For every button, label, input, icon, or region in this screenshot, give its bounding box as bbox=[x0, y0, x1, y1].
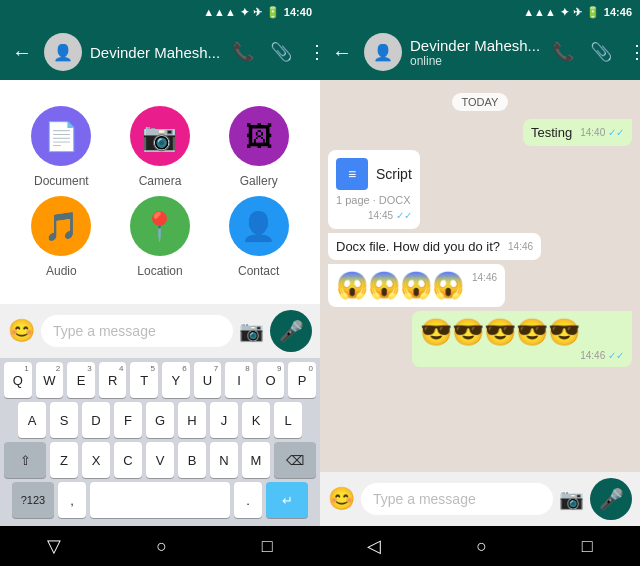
message-row-doc: ≡Script1 page · DOCX14:45 ✓✓ bbox=[328, 150, 632, 229]
attachment-gallery-label: Gallery bbox=[240, 174, 278, 188]
right-phone-icon[interactable]: 📞 bbox=[548, 37, 578, 67]
attachment-gallery[interactable]: 🖼Gallery bbox=[213, 106, 304, 188]
time-left: 14:40 bbox=[284, 6, 312, 18]
left-camera-icon[interactable]: 📷 bbox=[239, 319, 264, 343]
key-v[interactable]: V bbox=[146, 442, 174, 478]
attachment-location-icon: 📍 bbox=[130, 196, 190, 256]
key-g[interactable]: G bbox=[146, 402, 174, 438]
left-nav-home[interactable]: ○ bbox=[140, 532, 183, 561]
right-nav-recent[interactable]: □ bbox=[566, 532, 609, 561]
left-phone-icon[interactable]: 📞 bbox=[228, 37, 258, 67]
key-shift[interactable]: ⇧ bbox=[4, 442, 46, 478]
right-nav-home[interactable]: ○ bbox=[460, 532, 503, 561]
right-emoji-button[interactable]: 😊 bbox=[328, 486, 355, 512]
attachment-contact-icon: 👤 bbox=[229, 196, 289, 256]
key-p[interactable]: P0 bbox=[288, 362, 316, 398]
key-q[interactable]: Q1 bbox=[4, 362, 32, 398]
key-x[interactable]: X bbox=[82, 442, 110, 478]
message-bubble-received[interactable]: Docx file. How did you do it?14:46 bbox=[328, 233, 541, 260]
left-clip-icon[interactable]: 📎 bbox=[266, 37, 296, 67]
attachment-camera[interactable]: 📷Camera bbox=[115, 106, 206, 188]
key-w[interactable]: W2 bbox=[36, 362, 64, 398]
right-back-button[interactable]: ← bbox=[328, 37, 356, 68]
right-contact-info[interactable]: Devinder Mahesh... online bbox=[410, 37, 540, 68]
key-z[interactable]: Z bbox=[50, 442, 78, 478]
key-b[interactable]: B bbox=[178, 442, 206, 478]
doc-bubble[interactable]: ≡Script1 page · DOCX14:45 ✓✓ bbox=[328, 150, 420, 229]
left-status-bar: ▲▲▲ ✦ ✈ 🔋 14:40 bbox=[0, 0, 320, 24]
key-d[interactable]: D bbox=[82, 402, 110, 438]
left-nav-back[interactable]: ▽ bbox=[31, 531, 77, 561]
key-k[interactable]: K bbox=[242, 402, 270, 438]
airplane-icon: ✈ bbox=[253, 6, 262, 19]
attachment-gallery-icon: 🖼 bbox=[229, 106, 289, 166]
right-mic-button[interactable]: 🎤 bbox=[590, 478, 632, 520]
attachment-camera-icon: 📷 bbox=[130, 106, 190, 166]
attachment-location[interactable]: 📍Location bbox=[115, 196, 206, 278]
key-u[interactable]: U7 bbox=[194, 362, 222, 398]
key-c[interactable]: C bbox=[114, 442, 142, 478]
key-y[interactable]: Y6 bbox=[162, 362, 190, 398]
message-bubble-sent[interactable]: Testing14:40 ✓✓ bbox=[523, 119, 632, 146]
key-space[interactable] bbox=[90, 482, 230, 518]
battery-icon: 🔋 bbox=[266, 6, 280, 19]
key-m[interactable]: M bbox=[242, 442, 270, 478]
key-h[interactable]: H bbox=[178, 402, 206, 438]
message-row: Testing14:40 ✓✓ bbox=[328, 119, 632, 146]
attachment-contact-label: Contact bbox=[238, 264, 279, 278]
keyboard-row-1: Q1W2E3R4T5Y6U7I8O9P0 bbox=[4, 362, 316, 398]
left-mic-icon: 🎤 bbox=[279, 319, 304, 343]
message-bubble-sent[interactable]: 😎😎😎😎😎14:46 ✓✓ bbox=[412, 311, 632, 367]
key-123[interactable]: ?123 bbox=[12, 482, 54, 518]
right-contact-name: Devinder Mahesh... bbox=[410, 37, 540, 54]
attachment-contact[interactable]: 👤Contact bbox=[213, 196, 304, 278]
left-status-icons: ▲▲▲ ✦ ✈ 🔋 14:40 bbox=[203, 6, 312, 19]
key-a[interactable]: A bbox=[18, 402, 46, 438]
left-nav-recent[interactable]: □ bbox=[246, 532, 289, 561]
key-t[interactable]: T5 bbox=[130, 362, 158, 398]
message-text: 😱😱😱😱 bbox=[336, 270, 464, 300]
keyboard-row-2: ASDFGHJKL bbox=[4, 402, 316, 438]
attachment-audio[interactable]: 🎵Audio bbox=[16, 196, 107, 278]
doc-icon: ≡ bbox=[336, 158, 368, 190]
key-f[interactable]: F bbox=[114, 402, 142, 438]
key-j[interactable]: J bbox=[210, 402, 238, 438]
message-bubble-received[interactable]: 😱😱😱😱14:46 bbox=[328, 264, 505, 307]
attachment-audio-icon: 🎵 bbox=[31, 196, 91, 256]
attachment-grid: 📄Document📷Camera🖼Gallery🎵Audio📍Location👤… bbox=[0, 80, 320, 304]
left-back-button[interactable]: ← bbox=[8, 37, 36, 68]
left-nav-bar: ▽ ○ □ bbox=[0, 526, 320, 566]
message-text: Docx file. How did you do it? bbox=[336, 239, 500, 254]
key-i[interactable]: I8 bbox=[225, 362, 253, 398]
key-enter[interactable]: ↵ bbox=[266, 482, 308, 518]
key-n[interactable]: N bbox=[210, 442, 238, 478]
key-e[interactable]: E3 bbox=[67, 362, 95, 398]
right-clip-icon[interactable]: 📎 bbox=[586, 37, 616, 67]
key-comma[interactable]: , bbox=[58, 482, 86, 518]
left-avatar[interactable]: 👤 bbox=[44, 33, 82, 71]
key-l[interactable]: L bbox=[274, 402, 302, 438]
right-action-icons: 📞 📎 ⋮ bbox=[548, 37, 640, 67]
key-r[interactable]: R4 bbox=[99, 362, 127, 398]
right-more-icon[interactable]: ⋮ bbox=[624, 37, 640, 67]
right-time: 14:46 bbox=[604, 6, 632, 18]
left-mic-button[interactable]: 🎤 bbox=[270, 310, 312, 352]
right-message-input[interactable]: Type a message bbox=[361, 483, 553, 515]
keyboard-row-3: ⇧ZXCVBNM⌫ bbox=[4, 442, 316, 478]
key-o[interactable]: O9 bbox=[257, 362, 285, 398]
right-battery-icon: 🔋 bbox=[586, 6, 600, 19]
right-nav-back[interactable]: ◁ bbox=[351, 531, 397, 561]
right-camera-icon[interactable]: 📷 bbox=[559, 487, 584, 511]
left-message-input-area: 😊 Type a message 📷 🎤 bbox=[0, 304, 320, 358]
message-time: 14:46 bbox=[508, 241, 533, 252]
left-contact-info[interactable]: Devinder Mahesh... bbox=[90, 44, 220, 61]
chat-area: TODAY Testing14:40 ✓✓≡Script1 page · DOC… bbox=[320, 80, 640, 472]
message-row: 😱😱😱😱14:46 bbox=[328, 264, 632, 307]
left-message-input[interactable]: Type a message bbox=[41, 315, 233, 347]
left-emoji-button[interactable]: 😊 bbox=[8, 318, 35, 344]
attachment-document[interactable]: 📄Document bbox=[16, 106, 107, 188]
key-period[interactable]: . bbox=[234, 482, 262, 518]
key-s[interactable]: S bbox=[50, 402, 78, 438]
key-delete[interactable]: ⌫ bbox=[274, 442, 316, 478]
right-avatar[interactable]: 👤 bbox=[364, 33, 402, 71]
